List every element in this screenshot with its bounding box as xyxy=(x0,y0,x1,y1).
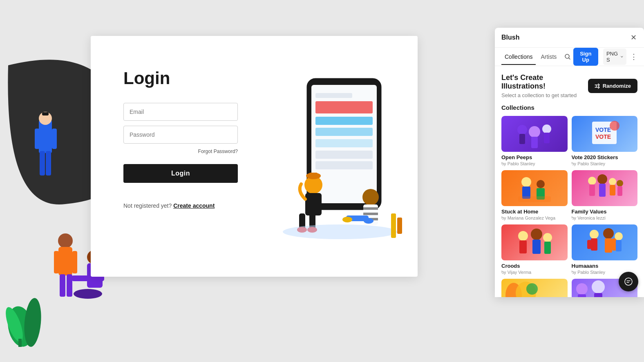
chat-widget-button[interactable] xyxy=(619,272,638,291)
svg-rect-26 xyxy=(315,128,373,136)
login-button[interactable]: Login xyxy=(123,164,238,183)
create-account-link[interactable]: Create account xyxy=(173,202,215,209)
login-title: Login xyxy=(123,69,238,88)
collection-card-extra1[interactable]: Florals by Various xyxy=(501,279,568,297)
svg-rect-28 xyxy=(315,151,373,159)
svg-point-89 xyxy=(526,283,538,295)
search-icon[interactable] xyxy=(563,51,571,63)
svg-rect-66 xyxy=(589,184,595,196)
svg-point-52 xyxy=(529,126,540,138)
chat-icon xyxy=(624,277,633,286)
svg-rect-74 xyxy=(519,240,527,253)
collection-name: Stuck at Home xyxy=(501,209,568,215)
collection-name: Vote 2020 Stickers xyxy=(572,154,638,160)
collections-heading: Collections xyxy=(501,104,637,111)
close-button[interactable]: ✕ xyxy=(629,33,637,42)
collection-name: Humaaans xyxy=(572,263,638,269)
svg-point-46 xyxy=(283,224,397,239)
svg-rect-93 xyxy=(594,293,602,297)
svg-rect-33 xyxy=(305,193,322,215)
blush-hero: Let's Create Illustrations! Select a col… xyxy=(501,66,637,104)
svg-point-85 xyxy=(615,232,623,240)
forgot-password-link[interactable]: Forgot Password? xyxy=(123,149,238,154)
svg-rect-29 xyxy=(315,161,373,169)
svg-point-92 xyxy=(592,280,605,293)
svg-point-62 xyxy=(537,180,545,188)
email-input[interactable] xyxy=(123,103,238,121)
svg-point-71 xyxy=(617,180,623,187)
collection-card-family[interactable]: Family Values by Veronica Iezzi xyxy=(572,170,638,220)
blush-panel-header: Blush ✕ xyxy=(495,28,644,48)
svg-point-69 xyxy=(609,178,616,185)
collection-card-humaaans[interactable]: Humaaans by Pablo Stanley xyxy=(572,224,638,275)
collection-author: by Mariana Gonzalez Vega xyxy=(501,215,568,220)
collection-card-vote[interactable]: VOTE VOTE Vote 2020 Stickers by Pablo St… xyxy=(572,116,638,166)
svg-point-45 xyxy=(364,218,373,224)
signup-button[interactable]: Sign Up xyxy=(573,48,598,66)
password-input[interactable] xyxy=(123,126,238,144)
svg-point-79 xyxy=(590,230,599,239)
svg-rect-91 xyxy=(578,294,586,297)
svg-rect-86 xyxy=(616,240,622,251)
login-window: login Login Forgot Password? Login Not r… xyxy=(91,36,418,277)
svg-point-82 xyxy=(603,228,614,239)
nav-collections[interactable]: Collections xyxy=(501,49,536,65)
svg-rect-83 xyxy=(605,238,612,253)
svg-point-59 xyxy=(610,121,619,131)
randomize-button[interactable]: Randomize xyxy=(588,79,637,93)
hero-title: Let's Create Illustrations! xyxy=(501,73,588,91)
collection-author: by Pablo Stanley xyxy=(501,161,568,166)
svg-text:VOTE: VOTE xyxy=(595,133,611,140)
svg-rect-53 xyxy=(531,137,538,148)
svg-rect-47 xyxy=(391,213,396,238)
blush-logo: Blush xyxy=(501,34,629,41)
svg-rect-70 xyxy=(610,185,615,195)
svg-rect-76 xyxy=(532,240,541,254)
collection-author: by Vijay Verma xyxy=(501,270,568,275)
svg-point-77 xyxy=(543,233,552,242)
login-illustration-area xyxy=(262,36,418,277)
collection-name: Open Peeps xyxy=(501,154,568,160)
collection-card-open-peeps[interactable]: Open Peeps by Pablo Stanley xyxy=(501,116,568,166)
svg-rect-84 xyxy=(612,238,616,251)
svg-rect-51 xyxy=(519,134,525,144)
svg-point-50 xyxy=(517,125,527,135)
svg-point-90 xyxy=(576,283,588,295)
shuffle-icon xyxy=(595,83,600,89)
phone-illustration xyxy=(275,71,405,242)
collection-author: by Pablo Stanley xyxy=(572,161,638,166)
svg-rect-64 xyxy=(518,196,551,202)
collection-author: by Veronica Iezzi xyxy=(572,215,638,220)
blush-panel: Blush ✕ Collections Artists Sign Up PNG … xyxy=(495,28,644,297)
more-options-button[interactable]: ⋮ xyxy=(630,51,637,62)
svg-point-38 xyxy=(362,189,379,205)
not-registered-text: Not registered yet? Create account xyxy=(123,202,238,209)
blush-nav: Collections Artists Sign Up PNG S ⋮ xyxy=(495,48,644,66)
collections-grid: Open Peeps by Pablo Stanley VOTE VOTE Vo… xyxy=(501,116,637,297)
svg-text:VOTE: VOTE xyxy=(595,127,611,133)
svg-rect-32 xyxy=(309,173,318,178)
svg-rect-78 xyxy=(544,242,551,254)
collection-card-stuck[interactable]: Stuck at Home by Mariana Gonzalez Vega xyxy=(501,170,568,220)
svg-rect-55 xyxy=(544,133,550,143)
collection-name: Croods xyxy=(501,263,568,269)
svg-rect-41 xyxy=(363,213,378,215)
svg-point-67 xyxy=(597,174,607,184)
collection-card-croods[interactable]: Croods by Vijay Verma xyxy=(501,224,568,275)
nav-artists[interactable]: Artists xyxy=(537,49,560,65)
svg-rect-72 xyxy=(617,186,622,196)
blush-hero-text: Let's Create Illustrations! Select a col… xyxy=(501,73,588,98)
collection-name: Family Values xyxy=(572,209,638,215)
svg-point-94 xyxy=(625,278,632,285)
svg-rect-27 xyxy=(315,139,373,147)
svg-point-75 xyxy=(531,229,542,240)
svg-rect-23 xyxy=(315,93,352,98)
svg-rect-40 xyxy=(363,207,378,210)
hero-subtitle: Select a collection to get started xyxy=(501,92,588,98)
svg-point-60 xyxy=(521,177,531,187)
format-dropdown[interactable]: PNG S xyxy=(603,49,626,65)
svg-point-73 xyxy=(518,231,528,241)
blush-panel-body: Let's Create Illustrations! Select a col… xyxy=(495,66,644,297)
svg-rect-24 xyxy=(315,101,373,113)
svg-rect-80 xyxy=(591,238,597,251)
